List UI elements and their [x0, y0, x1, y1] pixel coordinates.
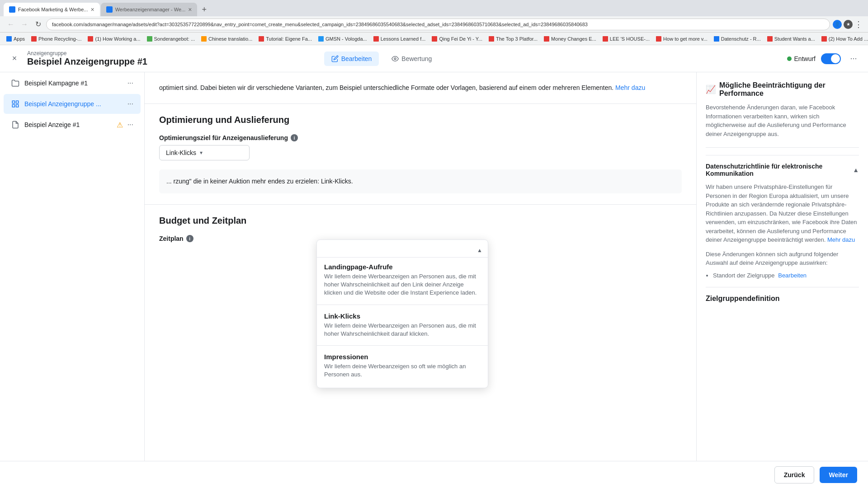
- bookmark-label-12: LEE 'S HOUSE-...: [610, 36, 650, 42]
- bookmark-gmsn[interactable]: GMSN - Vologda...: [316, 35, 370, 42]
- bookmark-chinese[interactable]: Chinese translatio...: [198, 35, 255, 42]
- accordion-content: Wir haben unsere Privatsphäre-Einstellun…: [706, 183, 859, 280]
- zeitplan-info-icon[interactable]: i: [186, 235, 193, 242]
- header-actions: Bearbeiten Bewertung: [324, 52, 439, 66]
- profile-btn[interactable]: 👤: [833, 20, 842, 29]
- bookmark-howto[interactable]: How to get more v...: [653, 35, 710, 42]
- bookmark-favicon-2: [31, 36, 37, 42]
- bookmark-student[interactable]: Student Wants a...: [764, 35, 818, 42]
- browser-tab-active[interactable]: Facebook Marketing & Werbe... ×: [4, 3, 100, 16]
- address-text: facebook.com/adsmanager/manage/adsets/ed…: [52, 22, 588, 27]
- bookmark-datenschutz[interactable]: Datenschutz - R...: [711, 35, 764, 42]
- intro-more-link[interactable]: Mehr dazu: [615, 84, 645, 91]
- bookmark-label-5: Chinese translatio...: [208, 36, 252, 42]
- bookmark-money[interactable]: Money Changes E...: [541, 35, 599, 42]
- reload-button[interactable]: ↻: [33, 19, 43, 30]
- forward-button[interactable]: →: [19, 19, 30, 30]
- dropdown-menu: ▲ Landingpage-Aufrufe Wir liefern deine …: [316, 239, 488, 388]
- bookmark-top3[interactable]: The Top 3 Platfor...: [486, 35, 540, 42]
- edit-label: Bearbeiten: [341, 55, 372, 62]
- option-2-title: Link-Klicks: [324, 312, 481, 320]
- more-button[interactable]: ···: [846, 52, 861, 66]
- sidebar-ad-more[interactable]: ···: [127, 121, 133, 129]
- sidebar-item-campaign[interactable]: Beispiel Kampagne #1 ···: [4, 73, 141, 93]
- sidebar-adgroup-more[interactable]: ···: [127, 100, 133, 108]
- dropdown-option-2[interactable]: Link-Klicks Wir liefern deine Werbeanzei…: [317, 307, 488, 343]
- bookmark-favicon-4: [147, 36, 152, 42]
- option-2-desc: Wir liefern deine Werbeanzeigen an Perso…: [324, 322, 481, 338]
- mehr-dazu-link[interactable]: Mehr dazu: [827, 236, 855, 243]
- right-panel: 📈 Mögliche Beeinträchtigung der Performa…: [696, 72, 868, 461]
- pencil-icon: [331, 55, 339, 62]
- bookmark-favicon-11: [544, 36, 549, 42]
- dropdown-option-3[interactable]: Impressionen Wir liefern deine Werbeanze…: [317, 347, 488, 384]
- bookmark-qing[interactable]: Qing Fei De Yi - Y...: [429, 35, 485, 42]
- accordion-header[interactable]: Datenschutzrichtlinie für elektronische …: [706, 163, 859, 177]
- zielgruppen-title-text: Zielgruppendefinition: [706, 295, 780, 303]
- close-button[interactable]: ×: [7, 52, 22, 66]
- app-header: × Anzeigengruppe Beispiel Anzeigengruppe…: [0, 45, 868, 72]
- address-bar[interactable]: facebook.com/adsmanager/manage/adsets/ed…: [46, 19, 830, 30]
- zielgruppen-section: Zielgruppendefinition: [706, 295, 859, 303]
- folder-icon: [11, 79, 20, 88]
- accordion-text: Wir haben unsere Privatsphäre-Einstellun…: [706, 183, 859, 244]
- tab-favicon-2: [106, 6, 113, 13]
- optimization-section: Optimierung und Auslieferung Optimierung…: [145, 104, 696, 205]
- bookmark-favicon-14: [714, 36, 719, 42]
- bookmark-favicon-9: [432, 36, 437, 42]
- browser-tab-inactive[interactable]: Werbeanzeigenmanager - We... ×: [101, 3, 198, 16]
- optimization-title: Optimierung und Auslieferung: [159, 115, 682, 125]
- header-right: Entwurf ···: [787, 52, 861, 66]
- performance-section: 📈 Mögliche Beeinträchtigung der Performa…: [706, 81, 859, 138]
- toggle-thumb: [831, 54, 840, 63]
- bookmark-sonder[interactable]: Sonderangebot: ...: [144, 35, 198, 42]
- extensions-btn[interactable]: ⋮: [854, 19, 863, 29]
- next-button[interactable]: Weiter: [820, 467, 857, 483]
- dropdown-selected-text: Link-Klicks: [166, 149, 196, 156]
- tab-close-2[interactable]: ×: [188, 6, 192, 13]
- bookmark-label-13: How to get more v...: [663, 36, 708, 42]
- bookmark-lessons[interactable]: Lessons Learned f...: [371, 35, 429, 42]
- bookmark-tutorial[interactable]: Tutorial: Eigene Fa...: [256, 35, 315, 42]
- intro-section: optimiert sind. Dabei bieten wir dir ver…: [145, 72, 696, 104]
- bookmark-label-7: GMSN - Vologda...: [326, 36, 367, 42]
- new-tab-button[interactable]: +: [198, 3, 212, 16]
- bookmark-yt1[interactable]: (1) How Working a...: [85, 35, 143, 42]
- accordion-section: Datenschutzrichtlinie für elektronische …: [706, 155, 859, 280]
- sidebar-item-ad[interactable]: Beispiel Anzeige #1 ⚠ ···: [4, 115, 141, 135]
- toggle-switch[interactable]: [821, 53, 841, 64]
- document-icon: [11, 120, 20, 129]
- sidebar-item-adgroup[interactable]: Beispiel Anzeigengruppe ... ···: [4, 94, 141, 114]
- optimization-dropdown[interactable]: Link-Klicks ▾: [159, 145, 250, 160]
- tab-close-1[interactable]: ×: [90, 6, 94, 13]
- dropdown-menu-header: ▲: [317, 244, 488, 258]
- dropdown-option-1[interactable]: Landingpage-Aufrufe Wir liefern deine We…: [317, 258, 488, 303]
- tab-title-1: Facebook Marketing & Werbe...: [18, 7, 88, 12]
- accordion-chevron-icon: ▲: [853, 166, 859, 174]
- edit-button[interactable]: Bearbeiten: [324, 52, 379, 66]
- back-button[interactable]: Zurück: [774, 466, 815, 483]
- bookmark-lee[interactable]: LEE 'S HOUSE-...: [600, 35, 652, 42]
- back-button[interactable]: ←: [5, 19, 16, 30]
- dropdown-divider-1: [317, 305, 488, 305]
- bookmark-btn[interactable]: ★: [844, 20, 853, 29]
- preview-button[interactable]: Bewertung: [384, 52, 439, 66]
- mid-text: ... rzung" die in keiner Auktion mehr en…: [166, 177, 675, 186]
- bookmark-phone[interactable]: Phone Recycling-...: [28, 35, 84, 42]
- eye-icon: [392, 55, 399, 62]
- zeitplan-text: Zeitplan: [159, 235, 184, 242]
- sidebar-campaign-more[interactable]: ···: [127, 79, 133, 87]
- bookmark-label-3: (1) How Working a...: [95, 36, 140, 42]
- bookmark-add[interactable]: (2) How To Add ...: [819, 35, 868, 42]
- bookmark-apps[interactable]: Apps: [4, 35, 28, 42]
- bearbeiten-link[interactable]: Bearbeiten: [778, 272, 807, 279]
- performance-title: 📈 Mögliche Beeinträchtigung der Performa…: [706, 81, 859, 98]
- accordion-title: Datenschutzrichtlinie für elektronische …: [706, 163, 853, 177]
- goal-info-icon[interactable]: i: [291, 134, 298, 141]
- panel-divider: [706, 147, 859, 148]
- svg-rect-4: [12, 105, 14, 107]
- bookmark-favicon-6: [259, 36, 264, 42]
- option-1-title: Landingpage-Aufrufe: [324, 263, 481, 271]
- intro-text-content: optimiert sind. Dabei bieten wir dir ver…: [159, 84, 613, 91]
- bookmarks-bar: Apps Phone Recycling-... (1) How Working…: [0, 33, 868, 45]
